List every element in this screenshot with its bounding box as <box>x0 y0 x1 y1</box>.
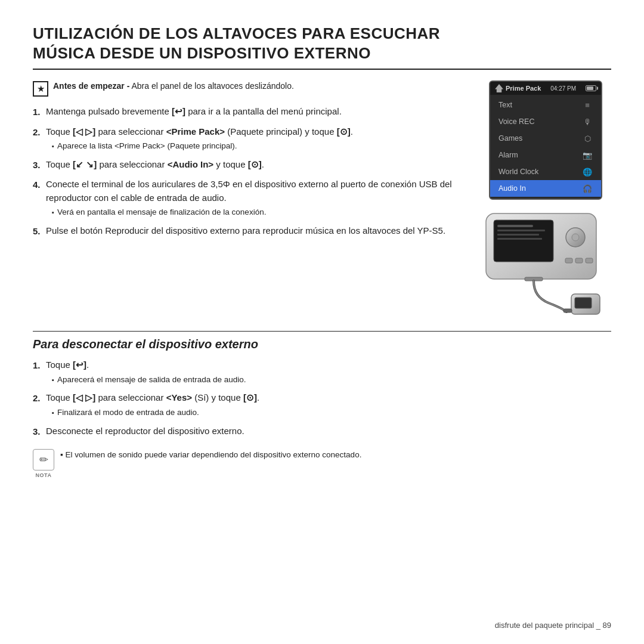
menu-worldclock-icon: 🌐 <box>582 166 593 177</box>
screen-time: 04:27 PM <box>550 85 576 92</box>
menu-item-alarm: Alarm 📷 <box>490 147 601 163</box>
nota-icon-wrap: ✏ NOTA <box>33 449 54 479</box>
menu-games-label: Games <box>499 134 582 143</box>
nota-text: ▪ El volumen de sonido puede variar depe… <box>60 449 361 461</box>
menu-alarm-label: Alarm <box>499 151 582 159</box>
svg-rect-3 <box>497 230 545 231</box>
svg-rect-13 <box>575 298 592 308</box>
step-4-sub: Verá en pantalla el mensaje de finalizac… <box>52 207 462 218</box>
top-section: ★ Antes de empezar - Abra el panel de lo… <box>33 80 611 318</box>
s2-step-3-num: 3. <box>33 425 44 439</box>
s2-step-1-num: 1. <box>33 359 44 385</box>
menu-text-label: Text <box>499 101 582 109</box>
device-svg <box>483 210 608 318</box>
screen-menu: Text ≡ Voice REC 🎙 Games ⬡ Alarm 📷 <box>490 95 601 199</box>
s2-step-1-sub: Aparecerá el mensaje de salida de entrad… <box>52 374 611 386</box>
step-4-num: 4. <box>33 178 44 218</box>
battery-fill <box>587 86 593 90</box>
battery-icon <box>586 85 596 91</box>
svg-rect-4 <box>497 234 539 236</box>
step-5: 5. Pulse el botón Reproducir del disposi… <box>33 224 462 239</box>
s2-step-2-num: 2. <box>33 392 44 418</box>
step-2-content: Toque [◁ ▷] para seleccionar <Prime Pack… <box>46 125 462 152</box>
menu-audioin-icon: 🎧 <box>582 183 593 194</box>
step-4: 4. Conecte el terminal de los auriculare… <box>33 178 462 218</box>
svg-rect-5 <box>497 238 542 240</box>
note-body: Abra el panel de los altavoces deslizánd… <box>132 81 294 91</box>
s2-step-2-content: Toque [◁ ▷] para seleccionar <Yes> (Sí) … <box>46 391 611 418</box>
step-1: 1. Mantenga pulsado brevemente [↩] para … <box>33 105 462 119</box>
step-2-num: 2. <box>33 126 44 152</box>
title-line1: UTILIZACIÓN DE LOS ALTAVOCES PARA ESCUCH… <box>33 24 611 44</box>
nota-body: El volumen de sonido puede variar depend… <box>66 450 362 459</box>
device-illustration <box>483 210 608 318</box>
step-5-num: 5. <box>33 225 44 239</box>
device-screen: Prime Pack 04:27 PM Text ≡ Voice REC 🎙 <box>489 80 602 200</box>
home-icon <box>495 84 503 92</box>
step-3-num: 3. <box>33 159 44 172</box>
step-3-content: Toque [↙ ↘] para seleccionar <Audio In> … <box>46 158 462 172</box>
footer: disfrute del paquete principal _ 89 <box>495 621 611 630</box>
menu-voice-icon: 🎙 <box>582 116 593 127</box>
s2-step-2: 2. Toque [◁ ▷] para seleccionar <Yes> (S… <box>33 391 611 418</box>
note-before: ★ Antes de empezar - Abra el panel de lo… <box>33 80 462 97</box>
svg-rect-8 <box>565 258 572 263</box>
page: UTILIZACIÓN DE LOS ALTAVOCES PARA ESCUCH… <box>0 0 644 644</box>
step-2: 2. Toque [◁ ▷] para seleccionar <Prime P… <box>33 125 462 152</box>
menu-item-voice: Voice REC 🎙 <box>490 113 601 130</box>
title-line2: MÚSICA DESDE UN DISPOSITIVO EXTERNO <box>33 44 611 63</box>
step-1-content: Mantenga pulsado brevemente [↩] para ir … <box>46 105 462 119</box>
note-bold: Antes de empezar - <box>53 81 129 91</box>
step-2-sub: Aparece la lista <Prime Pack> (Paquete p… <box>52 141 462 152</box>
steps-bottom: 1. Toque [↩]. Aparecerá el mensaje de sa… <box>33 358 611 438</box>
svg-point-7 <box>572 234 579 241</box>
top-right: Prime Pack 04:27 PM Text ≡ Voice REC 🎙 <box>480 80 611 318</box>
s2-step-1: 1. Toque [↩]. Aparecerá el mensaje de sa… <box>33 358 611 385</box>
s2-step-1-content: Toque [↩]. Aparecerá el mensaje de salid… <box>46 358 611 385</box>
step-1-num: 1. <box>33 106 44 119</box>
step-4-content: Conecte el terminal de los auriculares d… <box>46 178 462 218</box>
main-title: UTILIZACIÓN DE LOS ALTAVOCES PARA ESCUCH… <box>33 24 611 70</box>
nota-label: NOTA <box>36 472 52 479</box>
svg-rect-14 <box>564 309 572 312</box>
svg-rect-10 <box>586 258 593 263</box>
section2-title: Para desconectar el dispositivo externo <box>33 338 611 351</box>
menu-item-text: Text ≡ <box>490 97 601 113</box>
menu-games-icon: ⬡ <box>582 133 593 144</box>
star-icon: ★ <box>33 81 48 97</box>
menu-item-games: Games ⬡ <box>490 130 601 147</box>
nota-icon: ✏ <box>33 449 54 470</box>
menu-voice-label: Voice REC <box>499 117 582 126</box>
svg-rect-9 <box>575 258 583 263</box>
menu-item-audioin: Audio In 🎧 <box>490 180 601 197</box>
svg-rect-2 <box>497 225 533 227</box>
s2-step-3-content: Desconecte el reproductor del dispositiv… <box>46 425 611 439</box>
step-5-content: Pulse el botón Reproducir del dispositiv… <box>46 224 462 239</box>
screen-title: Prime Pack <box>506 85 541 92</box>
step-3: 3. Toque [↙ ↘] para seleccionar <Audio I… <box>33 158 462 172</box>
nota-box: ✏ NOTA ▪ El volumen de sonido puede vari… <box>33 449 611 479</box>
section-divider <box>33 331 611 332</box>
screen-header: Prime Pack 04:27 PM <box>490 82 601 95</box>
menu-item-worldclock: World Clock 🌐 <box>490 163 601 180</box>
menu-text-icon: ≡ <box>582 100 593 110</box>
top-left: ★ Antes de empezar - Abra el panel de lo… <box>33 80 462 318</box>
menu-alarm-icon: 📷 <box>582 150 593 160</box>
note-text: Antes de empezar - Abra el panel de los … <box>53 80 294 92</box>
screen-header-left: Prime Pack <box>495 84 541 92</box>
s2-step-3: 3. Desconecte el reproductor del disposi… <box>33 425 611 439</box>
menu-worldclock-label: World Clock <box>499 168 582 176</box>
s2-step-2-sub: Finalizará el modo de entrada de audio. <box>52 407 611 419</box>
menu-audioin-label: Audio In <box>499 184 582 193</box>
